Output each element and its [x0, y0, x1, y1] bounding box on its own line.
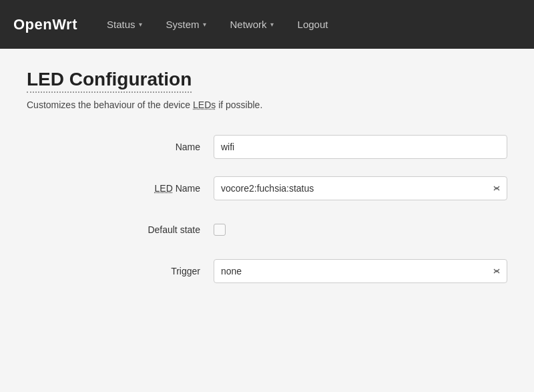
trigger-field-row: Trigger none: [27, 258, 507, 284]
name-field-row: Name: [27, 134, 507, 160]
nav-item-logout[interactable]: Logout: [288, 13, 338, 35]
name-input[interactable]: [214, 135, 507, 159]
site-logo[interactable]: OpenWrt: [13, 16, 77, 33]
nav-items: Status ▾ System ▾ Network ▾ Logout: [97, 13, 337, 35]
nav-item-system[interactable]: System ▾: [157, 13, 216, 35]
main-content: LED Configuration Customizes the behavio…: [0, 49, 534, 319]
trigger-select[interactable]: none: [214, 259, 507, 283]
name-label: Name: [27, 142, 214, 152]
network-dropdown-arrow: ▾: [270, 21, 274, 28]
led-name-label: LED Name: [27, 183, 214, 194]
led-config-form: Name LED Name vocore2:fuchsia:status Def…: [27, 134, 507, 284]
led-name-select[interactable]: vocore2:fuchsia:status: [214, 176, 507, 200]
default-state-field-row: Default state: [27, 216, 507, 243]
nav-system-label: System: [166, 19, 200, 30]
system-dropdown-arrow: ▾: [203, 21, 206, 28]
led-label-text: LED: [155, 183, 173, 194]
nav-item-network[interactable]: Network ▾: [221, 13, 283, 35]
default-state-label: Default state: [27, 224, 214, 235]
main-nav: OpenWrt Status ▾ System ▾ Network ▾ Logo…: [0, 0, 534, 49]
led-text: LEDs: [193, 100, 216, 110]
nav-item-status[interactable]: Status ▾: [97, 13, 152, 35]
status-dropdown-arrow: ▾: [139, 21, 142, 28]
led-name-field-row: LED Name vocore2:fuchsia:status: [27, 175, 507, 202]
nav-network-label: Network: [230, 19, 267, 30]
trigger-label: Trigger: [27, 266, 214, 276]
nav-logout-label: Logout: [298, 19, 328, 30]
default-state-checkbox[interactable]: [214, 224, 226, 236]
page-title: LED Configuration: [27, 69, 192, 93]
nav-status-label: Status: [107, 19, 136, 30]
page-description: Customizes the behaviour of the device L…: [27, 100, 507, 110]
